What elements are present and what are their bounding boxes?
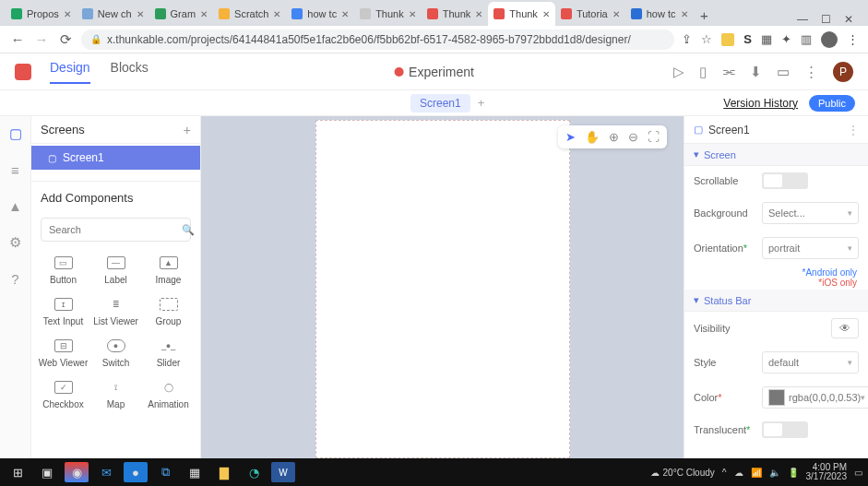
design-canvas[interactable]: ➤ ✋ ⊕ ⊖ ⛶ [201,116,684,458]
close-icon[interactable]: ✕ [64,9,71,19]
accordion-statusbar[interactable]: ▾Status Bar [684,290,868,312]
close-icon[interactable]: ✕ [542,9,550,19]
close-icon[interactable]: ✕ [273,9,280,19]
component-group[interactable]: Group [142,294,195,330]
component-slider[interactable]: ⎯●⎯Slider [142,336,195,372]
props-more-icon[interactable]: ⋮ [848,124,859,136]
chrome-tab[interactable]: Thunk✕ [422,2,489,26]
explorer-task-icon[interactable]: ▇ [212,462,236,482]
translucent-toggle[interactable] [762,421,808,438]
add-screen-button[interactable]: + [478,96,485,110]
rail-cloud-icon[interactable]: ▲ [8,198,22,214]
component-checkbox[interactable]: ✓Checkbox [37,377,89,413]
rail-data-icon[interactable]: ≡ [11,162,19,178]
chrome-task-icon[interactable]: ◉ [65,462,89,482]
share-icon[interactable]: ⇪ [682,32,692,46]
version-history-link[interactable]: Version History [723,97,798,110]
maximize-icon[interactable]: ☐ [821,13,831,26]
address-bar[interactable]: 🔒 x.thunkable.com/projects/64144841a50f5… [81,30,674,50]
minimize-icon[interactable]: — [797,13,808,26]
fit-icon[interactable]: ⛶ [648,130,660,144]
more-icon[interactable]: ⋮ [804,64,818,80]
zoom-in-icon[interactable]: ⊕ [609,130,619,144]
chrome-tab[interactable]: Thunk✕ [354,2,422,26]
close-icon[interactable]: ✕ [137,9,144,19]
extension-icon[interactable]: S [743,32,752,46]
battery-icon[interactable]: 🔋 [788,468,799,478]
component-text-input[interactable]: ɪText Input [37,294,89,330]
tab-blocks[interactable]: Blocks [111,60,149,84]
component-switch[interactable]: ●Switch [89,336,142,372]
project-title[interactable]: Experiment [394,65,474,79]
component-list-viewer[interactable]: ≣List Viewer [89,294,142,330]
rail-help-icon[interactable]: ? [11,271,18,287]
scrollable-toggle[interactable] [762,172,808,189]
app-task-icon[interactable]: ▦ [183,462,207,482]
component-label[interactable]: —Label [89,253,142,289]
background-select[interactable]: Select...▾ [762,202,859,224]
rail-settings-icon[interactable]: ⚙ [9,234,21,251]
app-task-icon[interactable]: ● [124,462,148,482]
reload-button[interactable]: ⟳ [57,31,74,48]
accordion-screen[interactable]: ▾Screen [684,144,868,166]
thunkable-logo-icon[interactable] [15,64,31,80]
color-select[interactable]: rgba(0,0,0,0.53)▾ [762,386,868,409]
vscode-task-icon[interactable]: ⧉ [153,462,177,482]
orientation-select[interactable]: portrait▾ [762,237,859,259]
chrome-menu-icon[interactable]: ⋮ [847,32,859,46]
add-screen-icon[interactable]: + [184,123,191,137]
chevron-up-icon[interactable]: ^ [722,468,727,478]
close-icon[interactable]: ✕ [200,9,208,19]
task-view-icon[interactable]: ▣ [35,462,59,482]
hand-tool-icon[interactable]: ✋ [585,130,600,144]
new-tab-button[interactable]: + [694,4,716,26]
device-frame[interactable] [315,120,570,458]
screen-tree-item[interactable]: ▢ Screen1 [31,146,200,170]
onedrive-icon[interactable]: ☁ [734,468,743,478]
docs-icon[interactable]: ▭ [777,64,790,80]
screen-tab[interactable]: Screen1 [410,94,470,113]
visibility-button[interactable]: 👁 [831,318,859,338]
clock[interactable]: 4:00 PM 3/17/2023 [806,463,848,481]
chrome-tab[interactable]: Propos✕ [6,2,77,26]
public-badge[interactable]: Public [809,95,855,112]
forward-button[interactable]: → [33,31,50,47]
component-web-viewer[interactable]: ⊟Web Viewer [37,336,89,372]
rail-design-icon[interactable]: ▢ [9,125,22,142]
volume-icon[interactable]: 🔈 [769,468,780,478]
close-icon[interactable]: ✕ [341,9,349,19]
search-input[interactable] [49,224,176,235]
chrome-tab[interactable]: New ch✕ [77,2,149,26]
extension-icon[interactable] [721,33,734,46]
wifi-icon[interactable]: 📶 [751,468,762,478]
component-button[interactable]: ▭Button [37,253,89,289]
weather-widget[interactable]: ☁ 20°C Cloudy [650,468,715,478]
component-map[interactable]: ⟟Map [89,377,142,413]
component-animation[interactable]: ◯Animation [142,377,195,413]
zoom-out-icon[interactable]: ⊖ [628,130,638,144]
notifications-icon[interactable]: ▭ [854,468,862,478]
extensions-puzzle-icon[interactable]: ✦ [781,32,791,46]
close-icon[interactable]: ✕ [612,9,620,19]
share-icon[interactable]: ⫘ [721,64,735,79]
chrome-tab[interactable]: how tc✕ [286,2,354,26]
user-avatar[interactable]: P [833,62,853,82]
component-search[interactable]: 🔍 [41,218,191,242]
word-task-icon[interactable]: W [271,462,295,482]
star-icon[interactable]: ☆ [701,32,712,46]
chrome-tab[interactable]: Gram✕ [149,2,214,26]
play-icon[interactable]: ▷ [673,64,684,80]
close-icon[interactable]: ✕ [475,9,482,19]
start-button[interactable]: ⊞ [6,462,30,482]
tab-design[interactable]: Design [50,60,90,84]
edge-task-icon[interactable]: ◔ [242,462,266,482]
profile-avatar-icon[interactable] [821,31,838,48]
close-icon[interactable]: ✕ [409,9,416,19]
chrome-tab[interactable]: how tc✕ [625,2,694,26]
download-icon[interactable]: ⬇ [750,64,762,80]
component-image[interactable]: ▲Image [142,253,195,289]
chrome-tab[interactable]: Tutoria✕ [555,2,625,26]
style-select[interactable]: default▾ [762,351,859,373]
chrome-tab-active[interactable]: Thunk✕ [488,2,555,26]
close-icon[interactable]: ✕ [681,9,688,19]
